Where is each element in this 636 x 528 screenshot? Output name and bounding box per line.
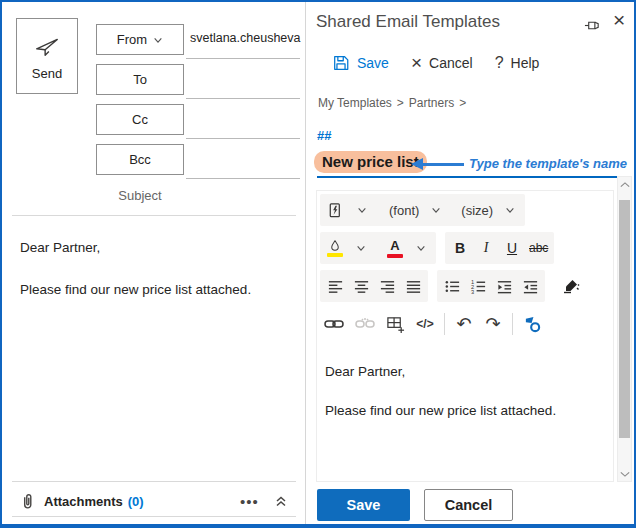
highlight-color-bar	[327, 253, 343, 257]
undo-glyph: ↶	[456, 316, 471, 332]
bold-label: B	[455, 240, 465, 256]
font-color-dropdown-chevron-icon[interactable]	[408, 233, 434, 263]
remove-link-icon[interactable]	[351, 309, 379, 339]
html-code-icon[interactable]: </>	[412, 309, 438, 339]
outlook-compose-window: Send From svetlana.cheusheva To Cc Bcc S…	[0, 0, 636, 528]
bcc-field-underline	[186, 178, 300, 179]
underline-button[interactable]: U	[499, 233, 525, 263]
paperclip-icon	[19, 491, 38, 511]
align-center-icon[interactable]	[348, 271, 374, 301]
from-field-value[interactable]: svetlana.cheusheva	[190, 31, 301, 45]
attachments-toggle[interactable]: Attachments (0)	[44, 494, 144, 509]
italic-button[interactable]: I	[473, 233, 499, 263]
to-field-underline	[186, 98, 300, 99]
italic-label: I	[484, 240, 489, 256]
cc-label: Cc	[132, 112, 148, 127]
editor-line-1: Dear Partner,	[325, 364, 605, 379]
from-button[interactable]: From	[96, 24, 184, 55]
cancel-button[interactable]: Cancel	[424, 489, 513, 521]
code-label: </>	[416, 317, 433, 331]
insert-table-icon[interactable]	[382, 309, 409, 339]
panel-help-command[interactable]: ? Help	[491, 52, 544, 74]
annotation-text: Type the template's name	[469, 156, 627, 171]
insert-template-dropdown-icon[interactable]	[349, 195, 375, 225]
toolbar-separator	[512, 313, 513, 335]
attachments-more-icon[interactable]: •••	[240, 493, 259, 510]
align-right-icon[interactable]	[374, 271, 400, 301]
insert-macro-icon[interactable]	[519, 309, 546, 339]
shortcut-marker[interactable]: ##	[317, 128, 331, 143]
bcc-button[interactable]: Bcc	[96, 144, 184, 175]
cc-button[interactable]: Cc	[96, 104, 184, 135]
send-button[interactable]: Send	[16, 18, 78, 94]
close-icon[interactable]: ×	[613, 13, 625, 27]
insert-template-icon[interactable]	[322, 195, 349, 225]
font-dropdown[interactable]: (font)	[385, 195, 423, 225]
bold-button[interactable]: B	[447, 233, 473, 263]
increase-indent-icon[interactable]	[491, 271, 517, 301]
cancel-command-label: Cancel	[429, 55, 473, 71]
strikethrough-label: abc	[529, 241, 548, 255]
collapse-chevrons-icon[interactable]	[274, 494, 288, 508]
help-command-label: Help	[511, 55, 540, 71]
clear-formatting-icon[interactable]	[558, 271, 584, 301]
send-plane-icon	[32, 32, 62, 60]
email-body-line-2[interactable]: Please find our new price list attached.	[20, 282, 251, 297]
size-dropdown[interactable]: (size)	[457, 195, 497, 225]
to-button[interactable]: To	[96, 64, 184, 95]
editor-content[interactable]: Dear Partner, Please find our new price …	[317, 343, 613, 418]
breadcrumb-partners[interactable]: Partners	[409, 96, 454, 110]
save-button[interactable]: Save	[317, 489, 410, 521]
template-name-input[interactable]: New price list	[314, 151, 427, 173]
editor-toolbar-row-4: </> ↶ ↷	[317, 305, 613, 343]
redo-glyph: ↷	[485, 316, 500, 332]
underline-label: U	[507, 240, 517, 256]
bcc-label: Bcc	[129, 152, 151, 167]
subject-label[interactable]: Subject	[96, 188, 184, 203]
breadcrumb: My Templates > Partners >	[318, 96, 466, 110]
attachments-label: Attachments	[44, 494, 123, 509]
panel-cancel-command[interactable]: × Cancel	[407, 53, 477, 73]
toolbar-separator	[444, 313, 445, 335]
numbered-list-icon[interactable]: 123	[465, 271, 491, 301]
breadcrumb-my-templates[interactable]: My Templates	[318, 96, 392, 110]
pane-divider	[305, 2, 306, 524]
scrollbar-thumb[interactable]	[619, 200, 630, 438]
highlight-dropdown-chevron-icon[interactable]	[348, 233, 374, 263]
redo-icon[interactable]: ↷	[480, 309, 506, 339]
font-dropdown-chevron-icon[interactable]	[423, 195, 449, 225]
insert-link-icon[interactable]	[320, 309, 348, 339]
panel-scrollbar[interactable]	[617, 176, 632, 482]
size-dropdown-label: (size)	[461, 203, 493, 218]
attachments-divider-bottom	[12, 516, 296, 517]
breadcrumb-separator: >	[459, 96, 466, 110]
align-left-icon[interactable]	[322, 271, 348, 301]
undo-icon[interactable]: ↶	[451, 309, 477, 339]
send-label: Send	[32, 66, 62, 81]
email-body-line-1[interactable]: Dear Partner,	[20, 240, 100, 255]
editor-toolbar-row-2: A B I U abc	[317, 229, 613, 267]
cancel-x-icon: ×	[411, 56, 422, 70]
justify-icon[interactable]	[400, 271, 426, 301]
bullet-list-icon[interactable]	[439, 271, 465, 301]
to-label: To	[133, 72, 147, 87]
highlight-color-icon[interactable]	[322, 233, 348, 263]
strikethrough-button[interactable]: abc	[525, 233, 552, 263]
font-dropdown-label: (font)	[389, 203, 419, 218]
font-color-icon[interactable]: A	[382, 233, 408, 263]
subject-divider	[12, 215, 296, 216]
rich-text-editor: (font) (size)	[316, 190, 614, 482]
help-question-icon: ?	[495, 54, 504, 72]
scroll-up-icon[interactable]	[618, 177, 631, 192]
editor-line-2: Please find our new price list attached.	[325, 403, 605, 418]
template-name-underline	[317, 176, 628, 178]
decrease-indent-icon[interactable]	[517, 271, 543, 301]
font-color-letter: A	[390, 238, 399, 253]
panel-save-command[interactable]: Save	[328, 52, 393, 74]
size-dropdown-chevron-icon[interactable]	[497, 195, 523, 225]
scroll-down-icon[interactable]	[618, 466, 631, 481]
pin-icon[interactable]	[584, 17, 601, 34]
panel-command-bar: Save × Cancel ? Help	[328, 52, 543, 74]
panel-title: Shared Email Templates	[316, 12, 500, 32]
annotation-arrow-line	[422, 163, 464, 166]
